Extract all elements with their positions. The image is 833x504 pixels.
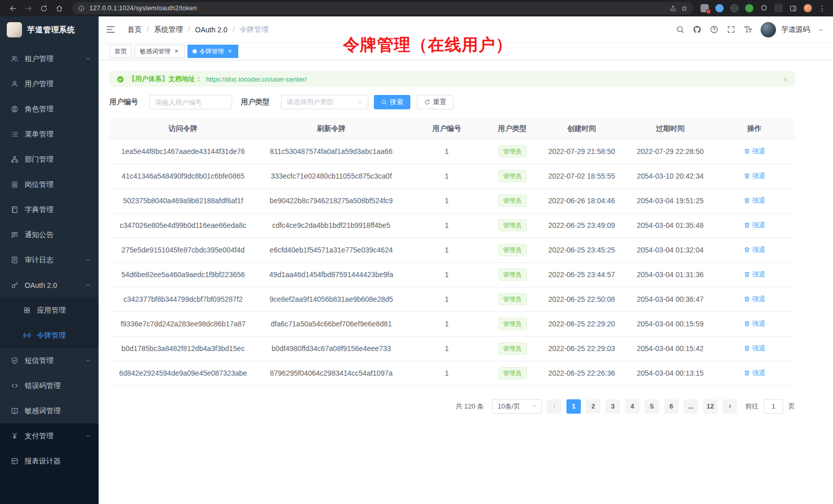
sidebar-item-label: 租户管理 xyxy=(25,54,79,64)
column-header: 访问令牌 xyxy=(109,119,257,139)
page-button[interactable]: 1 xyxy=(566,399,581,414)
page-button[interactable]: 12 xyxy=(703,399,717,414)
github-icon[interactable] xyxy=(693,25,702,34)
chevron-left-icon xyxy=(552,403,557,409)
page-button[interactable]: 4 xyxy=(625,399,639,414)
tab[interactable]: 令牌管理 × xyxy=(187,45,238,58)
page-ellipsis[interactable]: ... xyxy=(684,399,698,414)
browser-back-icon[interactable] xyxy=(9,5,17,12)
font-size-icon[interactable] xyxy=(744,25,752,34)
user-type-placeholder: 请选择用户类型 xyxy=(287,98,357,107)
sidebar-item-report-designer[interactable]: 报表设计器 xyxy=(0,449,99,474)
force-logout-button[interactable]: 强退 xyxy=(744,245,766,255)
goto-page-input[interactable] xyxy=(764,399,783,414)
extension-icon[interactable] xyxy=(730,4,739,12)
tab-close-icon[interactable]: × xyxy=(226,48,233,55)
sidebar-item-dept[interactable]: 部门管理 xyxy=(0,147,99,172)
share-icon[interactable] xyxy=(670,5,676,12)
page-button[interactable]: 6 xyxy=(664,399,678,414)
sidebar-collapse-icon[interactable] xyxy=(106,25,116,34)
extension-icon[interactable] xyxy=(745,4,753,12)
menu-list-icon xyxy=(11,130,18,138)
sidebar-item-notice[interactable]: 通知公告 xyxy=(0,222,99,247)
page-button[interactable]: 3 xyxy=(605,399,620,414)
force-logout-label: 强退 xyxy=(752,147,766,156)
sidebar-item-user[interactable]: 用户管理 xyxy=(0,71,99,96)
prev-page-button[interactable] xyxy=(547,399,561,414)
side-panel-icon[interactable] xyxy=(789,5,797,12)
sidebar-item-oauth2-token[interactable]: 令牌管理 xyxy=(0,323,99,348)
role-icon xyxy=(11,105,18,113)
breadcrumb-item[interactable]: OAuth 2.0 xyxy=(195,26,240,34)
alert-close-icon[interactable]: × xyxy=(783,75,788,83)
sidebar-item-sms[interactable]: 短信管理 xyxy=(0,348,99,373)
sidebar-item-tenant[interactable]: 租户管理 xyxy=(0,46,99,71)
user-id-input[interactable] xyxy=(149,95,232,109)
sidebar-item-audit-log[interactable]: 审计日志 xyxy=(0,247,99,273)
user-type-select[interactable]: 请选择用户类型 xyxy=(281,95,368,109)
sidebar-item-menu[interactable]: 菜单管理 xyxy=(0,122,99,147)
breadcrumb-item[interactable]: 首页 xyxy=(127,25,154,34)
reset-button[interactable]: 重置 xyxy=(417,95,453,109)
browser-address-bar[interactable]: 127.0.0.1:1024/system/oauth2/token xyxy=(72,2,693,14)
sidebar-item-label: 短信管理 xyxy=(25,356,79,365)
browser-forward-icon[interactable] xyxy=(25,5,32,12)
force-logout-button[interactable]: 强退 xyxy=(744,196,766,205)
page-button[interactable]: 2 xyxy=(586,399,600,414)
search-icon[interactable] xyxy=(676,25,685,34)
browser-profile-avatar[interactable] xyxy=(804,4,812,12)
force-logout-button[interactable]: 强退 xyxy=(744,319,766,328)
extension-icon[interactable] xyxy=(715,4,724,12)
extension-icon[interactable] xyxy=(774,4,783,12)
tab[interactable]: 首页 xyxy=(109,45,132,58)
sidebar-item-post[interactable]: 岗位管理 xyxy=(0,172,99,197)
sidebar-item-sensitive-word[interactable]: 敏感词管理 xyxy=(0,398,99,423)
app-logo[interactable]: 芋道管理系统 xyxy=(0,16,99,43)
table-header-row: 访问令牌刷新令牌用户编号用户类型创建时间过期时间操作 xyxy=(109,119,795,139)
access-token-cell: 275e5de9151045fe87cbdc395e004f4d xyxy=(109,238,257,262)
sidebar-item-oauth2[interactable]: OAuth 2.0 xyxy=(0,273,99,298)
search-button[interactable]: 搜索 xyxy=(374,95,410,109)
tab-close-icon[interactable]: × xyxy=(173,48,180,55)
bookmark-star-icon[interactable] xyxy=(681,5,688,12)
force-logout-button[interactable]: 强退 xyxy=(744,147,766,156)
next-page-button[interactable] xyxy=(723,399,737,414)
extensions-puzzle-icon[interactable] xyxy=(760,5,768,12)
doc-link[interactable]: https://doc.iocoder.cn/user-center/ xyxy=(206,75,307,83)
table-row: 54d6be82ee5a460a9aedc1f9bf223656 49d1aa4… xyxy=(109,262,795,287)
page-button[interactable]: 5 xyxy=(645,399,659,414)
sidebar-item-label: 菜单管理 xyxy=(25,130,91,139)
active-tab-dot xyxy=(193,49,197,53)
force-logout-button[interactable]: 强退 xyxy=(744,270,766,279)
force-logout-button[interactable]: 强退 xyxy=(744,171,766,181)
help-icon[interactable] xyxy=(710,25,718,34)
expires-cell: 2054-03-10 20:42:34 xyxy=(627,164,714,188)
sidebar-item-role[interactable]: 角色管理 xyxy=(0,96,99,122)
refresh-token-cell: be90422b8c7946218275a508bf524fc9 xyxy=(257,188,406,213)
force-logout-button[interactable]: 强退 xyxy=(744,295,766,304)
expires-cell: 2054-03-04 01:32:04 xyxy=(627,238,714,262)
breadcrumb-item[interactable]: 系统管理 xyxy=(154,25,195,34)
browser-menu-icon[interactable]: ⋮ xyxy=(819,4,826,12)
extension-icon[interactable] xyxy=(701,4,709,12)
sidebar-item-error-code[interactable]: 错误码管理 xyxy=(0,373,99,398)
tab[interactable]: 敏感词管理 × xyxy=(135,45,185,58)
username[interactable]: 芋道源码 xyxy=(781,25,810,34)
page-size-select[interactable]: 10条/页 xyxy=(492,399,542,414)
user-avatar[interactable] xyxy=(761,22,776,37)
action-cell: 强退 xyxy=(714,188,795,213)
browser-reload-icon[interactable] xyxy=(40,5,48,12)
force-logout-button[interactable]: 强退 xyxy=(744,221,766,230)
force-logout-button[interactable]: 强退 xyxy=(744,369,766,378)
browser-home-icon[interactable] xyxy=(55,5,63,12)
chevron-down-icon[interactable] xyxy=(818,25,824,34)
sidebar-item-dict[interactable]: 字典管理 xyxy=(0,197,99,222)
sidebar-item-oauth2-app[interactable]: 应用管理 xyxy=(0,298,99,323)
trash-icon xyxy=(744,370,750,376)
top-navbar: 首页系统管理OAuth 2.0令牌管理 芋道源码 xyxy=(99,16,833,43)
fullscreen-icon[interactable] xyxy=(727,25,735,34)
sidebar-item-pay[interactable]: 支付管理 xyxy=(0,423,99,449)
site-info-icon[interactable] xyxy=(78,5,85,12)
user-type-cell: 管理员 xyxy=(488,188,537,213)
force-logout-button[interactable]: 强退 xyxy=(744,344,766,353)
